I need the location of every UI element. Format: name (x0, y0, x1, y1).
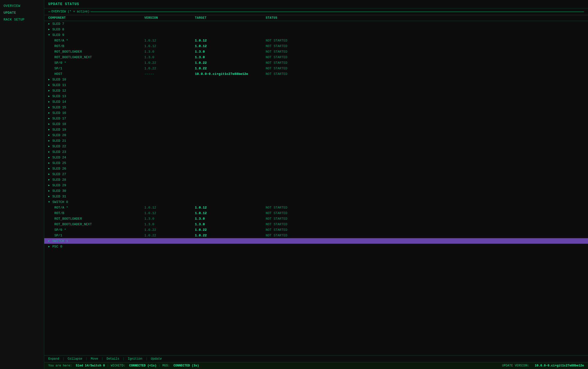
tree-row[interactable]: SP/1 1.0.22 1.0.22 NOT STARTED (44, 233, 588, 238)
row-label: ROT/B (54, 211, 64, 215)
tree-row[interactable]: ▶ SWITCH 1 (44, 238, 588, 244)
row-label: ROT_BOOTLOADER (54, 50, 82, 54)
tree-row[interactable]: ▶ SLED 23 (44, 149, 588, 155)
tree-row[interactable]: ▶ SLED 11 (44, 82, 588, 88)
expand-icon: ▶ (48, 139, 51, 142)
component-cell: ROT_BOOTLOADER_NEXT (48, 55, 144, 59)
tree-row[interactable]: ▶ SLED 28 (44, 177, 588, 182)
expand-icon: ▶ (48, 167, 51, 170)
tree-row[interactable]: ▶ SLED 26 (44, 166, 588, 171)
tree-row[interactable]: ▶ SLED 20 (44, 132, 588, 138)
tree-row[interactable]: ▶ SLED 10 (44, 77, 588, 82)
tree-row[interactable]: ▶ SLED 29 (44, 182, 588, 188)
row-label: ROT/B (54, 44, 64, 48)
row-label: SLED 19 (52, 128, 66, 132)
expand-icon: ▶ (48, 128, 51, 131)
target-cell: 1.0.22 (195, 228, 266, 232)
sidebar-item-overview[interactable]: OVERVIEW (0, 3, 44, 9)
row-label: ROT_BOOTLOADER (54, 217, 82, 221)
tree-row[interactable]: ROT_BOOTLOADER_NEXT 1.3.0 1.3.0 NOT STAR… (44, 221, 588, 227)
row-label: SWITCH 1 (52, 239, 68, 243)
tree-row[interactable]: ▶ SLED 30 (44, 188, 588, 194)
tree-row[interactable]: ▶ SLED 7 (44, 21, 588, 27)
component-cell: ▶ SLED 21 (48, 139, 144, 143)
tree-row[interactable]: ▶ SLED 21 (44, 138, 588, 144)
tree-row[interactable]: ▶ SLED 16 (44, 110, 588, 116)
row-label: SLED 24 (52, 156, 66, 159)
row-label: SP/1 (54, 234, 62, 237)
tree-row[interactable]: ROT/A * 1.0.12 1.0.12 NOT STARTED (44, 38, 588, 43)
page-title: UPDATE STATUS (44, 0, 588, 8)
tree-row[interactable]: ▶ SLED 15 (44, 105, 588, 110)
version-cell: 1.3.0 (144, 217, 195, 221)
expand-icon: ▶ (48, 156, 51, 159)
row-label: SP/0 * (54, 228, 66, 232)
status-cell: NOT STARTED (266, 72, 342, 76)
tree-row[interactable]: ▶ SLED 18 (44, 121, 588, 127)
component-cell: ▶ SLED 15 (48, 106, 144, 109)
expand-icon: ▶ (48, 184, 51, 187)
target-cell: 1.0.22 (195, 67, 266, 70)
tree-row[interactable]: ROT/B 1.0.12 1.0.12 NOT STARTED (44, 210, 588, 216)
tree-row[interactable]: HOST ----- 10.0.0-0.ci+git1c27e88be12e N… (44, 71, 588, 77)
row-label: SLED 14 (52, 100, 66, 104)
tree-row[interactable]: ▶ SLED 12 (44, 88, 588, 93)
footer-mgs-label: MGS: (162, 364, 170, 367)
tree-row[interactable]: ▶ SLED 31 (44, 194, 588, 199)
tree-row[interactable]: ROT_BOOTLOADER 1.3.0 1.3.0 NOT STARTED (44, 49, 588, 54)
hint-action: Ignition (128, 357, 143, 361)
row-label: SLED 29 (52, 183, 66, 187)
table-area[interactable]: OVERVIEW (* = active) COMPONENT VERSION … (44, 8, 588, 355)
tree-row[interactable]: ▶ SLED 13 (44, 93, 588, 99)
sidebar-item-update[interactable]: UPDATE (0, 9, 44, 16)
row-label: SLED 31 (52, 195, 66, 198)
tree-row[interactable]: ▶ SLED 27 (44, 171, 588, 177)
tree-row[interactable]: SP/0 * 1.0.22 1.0.22 NOT STARTED (44, 227, 588, 233)
footer-version-value: 10.0.0-0.ci+git1c27e88be12e (535, 364, 584, 367)
status-cell: NOT STARTED (266, 222, 342, 226)
tree-row[interactable]: ▶ SLED 25 (44, 160, 588, 166)
version-cell: 1.0.22 (144, 234, 195, 237)
expand-icon: ▶ (48, 89, 51, 92)
tree-row[interactable]: ▶ PSC 0 (44, 244, 588, 249)
tree-row[interactable]: ▶ SLED 17 (44, 116, 588, 121)
tree-row[interactable]: ▶ SLED 22 (44, 144, 588, 149)
status-cell: NOT STARTED (266, 55, 342, 59)
tree-row[interactable]: ROT/A * 1.0.12 1.0.12 NOT STARTED (44, 205, 588, 210)
footer-location-value: Sled 14/Switch 0 (76, 364, 105, 367)
component-cell: ROT_BOOTLOADER (48, 217, 144, 221)
expand-icon: ▶ (48, 173, 51, 176)
version-cell: 1.0.12 (144, 39, 195, 43)
row-label: SP/0 * (54, 61, 66, 65)
version-cell: 1.0.12 (144, 211, 195, 215)
tree-row[interactable]: SP/1 1.0.22 1.0.22 NOT STARTED (44, 66, 588, 71)
tree-row[interactable]: ▶ SLED 8 (44, 27, 588, 32)
tree-row[interactable]: ROT_BOOTLOADER_NEXT 1.3.0 1.3.0 NOT STAR… (44, 54, 588, 60)
tree-row[interactable]: ▶ SLED 14 (44, 99, 588, 105)
tree-row[interactable]: SP/0 * 1.0.22 1.0.22 NOT STARTED (44, 60, 588, 66)
tree-row[interactable]: ▼ SWITCH 0 (44, 199, 588, 205)
tree-row[interactable]: ▼ SLED 9 (44, 32, 588, 38)
expand-icon: ▶ (48, 178, 51, 181)
version-cell: 1.3.0 (144, 55, 195, 59)
footer-wicketd-label: WICKETD: (111, 364, 125, 367)
content-area: UPDATE STATUS OVERVIEW (* = active) COMP… (44, 0, 588, 369)
component-cell: SP/0 * (48, 228, 144, 232)
expand-icon: ▶ (48, 84, 51, 87)
keyboard-hints-bar: Expand | Collapse | Move | Details | Ign… (44, 355, 588, 362)
target-cell: 1.3.0 (195, 55, 266, 59)
tree-row[interactable]: ROT_BOOTLOADER 1.3.0 1.3.0 NOT STARTED (44, 216, 588, 221)
target-cell: 1.0.12 (195, 211, 266, 215)
version-cell: 1.0.22 (144, 61, 195, 65)
component-cell: ▶ SLED 17 (48, 117, 144, 120)
expand-icon: ▶ (48, 28, 51, 31)
version-cell: 1.3.0 (144, 222, 195, 226)
expand-icon: ▶ (48, 122, 51, 126)
footer-bar: You are here: Sled 14/Switch 0 | WICKETD… (44, 362, 588, 369)
tree-row[interactable]: ▶ SLED 19 (44, 127, 588, 132)
tree-row[interactable]: ROT/B 1.0.12 1.0.12 NOT STARTED (44, 43, 588, 49)
row-label: PSC 0 (52, 245, 62, 249)
row-label: ROT_BOOTLOADER_NEXT (54, 55, 92, 59)
tree-row[interactable]: ▶ SLED 24 (44, 155, 588, 160)
sidebar-item-rack-setup[interactable]: RACK SETUP (0, 16, 44, 23)
